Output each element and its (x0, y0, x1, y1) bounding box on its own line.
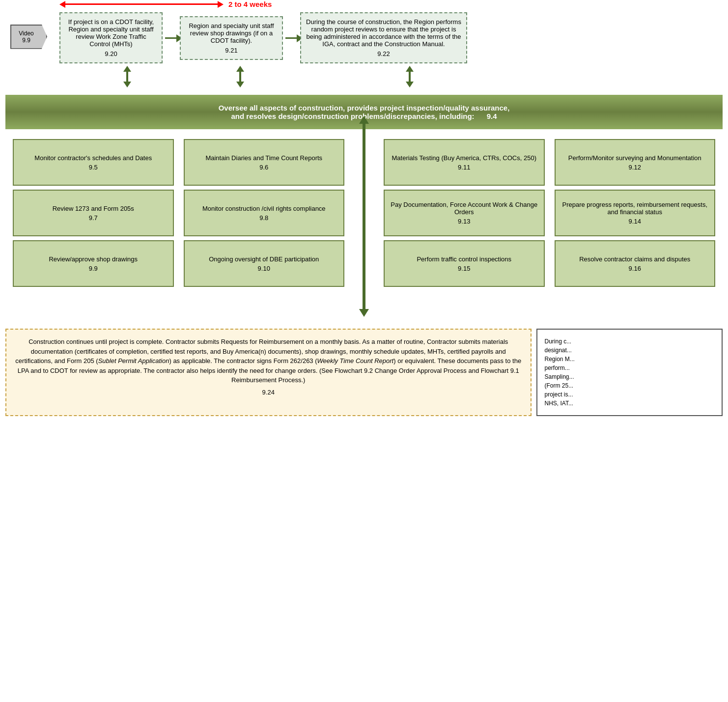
box-96-number: 9.6 (259, 164, 268, 171)
box-98-text: Monitor construction /civil rights compl… (202, 205, 326, 212)
box-97-text: Review 1273 and Form 205s (53, 205, 134, 212)
sublet-permit-italic: Sublet Permit Application (98, 357, 169, 365)
box-911-text: Materials Testing (Buy America, CTRs, CO… (392, 154, 536, 162)
box-912-text: Perform/Monitor surveying and Monumentat… (568, 154, 701, 162)
box-921-text: Region and specialty unit staff review s… (189, 22, 274, 44)
v-arrow-2 (187, 66, 293, 87)
box-95-text: Monitor contractor's schedules and Dates (34, 154, 152, 162)
box-913-text: Pay Documentation, Force Account Work & … (389, 201, 540, 216)
page-container: Video 9.9 2 to 4 weeks If project is on … (5, 0, 723, 416)
box-914-number: 9.14 (629, 218, 641, 225)
box-96: Maintain Diaries and Time Count Reports … (184, 139, 345, 186)
top-row: Video 9.9 2 to 4 weeks If project is on … (5, 0, 723, 63)
grid-col-1: Monitor contractor's schedules and Dates… (10, 139, 176, 287)
box-916: Resolve contractor claims and disputes 9… (555, 240, 716, 287)
weekly-time-count-italic: Weekly Time Count Report (317, 357, 394, 365)
weeks-label: 2 to 4 weeks (228, 0, 272, 8)
bottom-left-text: Construction continues until project is … (15, 338, 521, 384)
top-flow-boxes: If project is on a CDOT facility, Region… (59, 12, 467, 63)
arrow-920-921 (163, 37, 180, 39)
center-arrow-down (359, 309, 369, 317)
video-number: 9.9 (22, 37, 30, 44)
box-914: Prepare progress reports, reimbursement … (555, 190, 716, 236)
v-arrow-1 (74, 66, 180, 87)
box-922-text: During the course of construction, the R… (306, 18, 461, 48)
box-920-number: 9.20 (65, 50, 157, 57)
box-920: If project is on a CDOT facility, Region… (59, 12, 163, 63)
bottom-right-box: During c...designat...Region M...perform… (536, 329, 723, 416)
bottom-section: Construction continues until project is … (5, 329, 723, 416)
box-920-text: If project is on a CDOT facility, Region… (68, 18, 154, 48)
grid-wrapper: Monitor contractor's schedules and Dates… (5, 137, 723, 289)
box-99-text: Review/approve shop drawings (49, 255, 138, 263)
box-914-text: Prepare progress reports, reimbursement … (560, 201, 711, 216)
bottom-left-box: Construction continues until project is … (5, 329, 532, 416)
box-98-number: 9.8 (259, 214, 268, 222)
box-911-number: 9.11 (458, 164, 470, 171)
arrow-921-922 (283, 37, 300, 39)
center-arrow-up (359, 116, 369, 124)
v-arrow-3 (357, 66, 462, 87)
box-913-number: 9.13 (458, 218, 470, 225)
box-95-number: 9.5 (89, 164, 98, 171)
box-910-number: 9.10 (258, 265, 270, 272)
box-96-text: Maintain Diaries and Time Count Reports (205, 154, 322, 162)
bottom-right-text: During c...designat...Region M...perform… (545, 338, 575, 407)
box-911: Materials Testing (Buy America, CTRs, CO… (384, 139, 545, 186)
box-915: Perform traffic control inspections 9.15 (384, 240, 545, 287)
box-922: During the course of construction, the R… (300, 12, 467, 63)
box-99-number: 9.9 (89, 265, 98, 272)
video-badge: Video 9.9 (10, 25, 47, 49)
grid-col-3: Materials Testing (Buy America, CTRs, CO… (381, 139, 547, 287)
box-910: Ongoing oversight of DBE participation 9… (184, 240, 345, 287)
box-921-number: 9.21 (186, 47, 277, 54)
box-98: Monitor construction /civil rights compl… (184, 190, 345, 236)
grid-col-2: Maintain Diaries and Time Count Reports … (181, 139, 347, 287)
bottom-left-number: 9.24 (14, 388, 523, 397)
box-913: Pay Documentation, Force Account Work & … (384, 190, 545, 236)
grid-col-4: Perform/Monitor surveying and Monumentat… (552, 139, 718, 287)
box-97: Review 1273 and Form 205s 9.7 (13, 190, 174, 236)
box-99: Review/approve shop drawings 9.9 (13, 240, 174, 287)
box-915-text: Perform traffic control inspections (417, 255, 511, 263)
box-912: Perform/Monitor surveying and Monumentat… (555, 139, 716, 186)
v-arrows-row (5, 66, 723, 87)
box-97-number: 9.7 (89, 214, 98, 222)
box-916-text: Resolve contractor claims and disputes (579, 255, 690, 263)
box-912-number: 9.12 (629, 164, 641, 171)
center-vert-line (363, 122, 365, 309)
box-910-text: Ongoing oversight of DBE participation (209, 255, 319, 263)
video-label: Video (19, 30, 33, 37)
box-915-number: 9.15 (458, 265, 470, 272)
box-922-number: 9.22 (306, 50, 461, 57)
box-921: Region and specialty unit staff review s… (180, 16, 283, 60)
box-95: Monitor contractor's schedules and Dates… (13, 139, 174, 186)
box-916-number: 9.16 (629, 265, 641, 272)
